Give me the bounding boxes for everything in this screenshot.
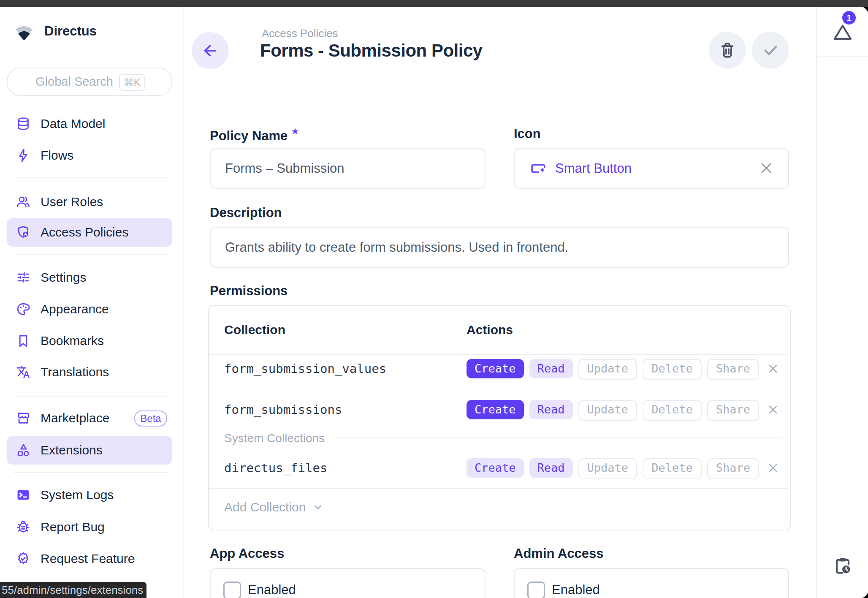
remove-row-icon[interactable] bbox=[766, 362, 780, 375]
delete-policy-button[interactable] bbox=[709, 32, 746, 69]
policy-name-label: Policy Name★ bbox=[210, 126, 299, 144]
sidebar-item-marketplace[interactable]: Marketplace Beta bbox=[7, 404, 172, 432]
table-divider bbox=[209, 354, 788, 355]
sidebar-item-label: Settings bbox=[41, 263, 86, 292]
sidebar-item-label: Translations bbox=[41, 358, 109, 386]
sidebar-divider bbox=[14, 254, 169, 255]
table-row-actions: Create Read Update Delete Share bbox=[467, 458, 759, 479]
app-access-enabled-checkbox[interactable] bbox=[223, 582, 241, 598]
add-collection-label: Add Collection bbox=[224, 500, 306, 514]
breadcrumb[interactable]: Access Policies bbox=[262, 27, 338, 40]
app-name: Directus bbox=[44, 24, 97, 39]
action-pill-delete[interactable]: Delete bbox=[643, 458, 702, 479]
remove-row-icon[interactable] bbox=[766, 403, 780, 416]
app-window: Directus Global Search ⌘K Data Model Flo… bbox=[0, 7, 868, 598]
add-collection-button[interactable]: Add Collection bbox=[224, 500, 324, 514]
icon-label: Icon bbox=[514, 126, 541, 141]
action-pill-update[interactable]: Update bbox=[578, 359, 637, 380]
clear-icon-button[interactable] bbox=[759, 160, 774, 176]
description-value: Grants ability to create form submission… bbox=[225, 228, 568, 267]
sidebar-item-label: Extensions bbox=[41, 436, 103, 465]
search-placeholder: Global Search bbox=[35, 75, 113, 89]
sidebar-item-translations[interactable]: Translations bbox=[7, 358, 172, 386]
window-top-strip bbox=[0, 0, 868, 7]
action-pill-update[interactable]: Update bbox=[578, 400, 637, 421]
sidebar-item-bookmarks[interactable]: Bookmarks bbox=[7, 326, 172, 355]
right-rail-top-section: 1 bbox=[817, 7, 868, 57]
action-pill-create[interactable]: Create bbox=[467, 400, 524, 419]
sidebar-item-label: Marketplace bbox=[41, 404, 109, 432]
system-collections-divider-label: System Collections bbox=[224, 432, 325, 445]
save-button[interactable] bbox=[752, 32, 789, 69]
action-pill-delete[interactable]: Delete bbox=[643, 400, 702, 421]
search-shortcut-badge: ⌘K bbox=[119, 74, 145, 91]
action-pill-read[interactable]: Read bbox=[529, 400, 573, 419]
table-divider bbox=[209, 488, 788, 489]
bookmark-icon bbox=[16, 334, 30, 348]
icon-value: Smart Button bbox=[555, 149, 632, 188]
sidebar-item-label: Appearance bbox=[41, 295, 109, 323]
sidebar-item-report-bug[interactable]: Report Bug bbox=[7, 513, 172, 541]
sidebar-item-request-feature[interactable]: Request Feature bbox=[7, 544, 172, 573]
sidebar-item-user-roles[interactable]: User Roles bbox=[7, 188, 172, 216]
system-collections-divider-line bbox=[335, 438, 782, 438]
action-pill-read[interactable]: Read bbox=[529, 359, 573, 378]
sidebar-item-label: System Logs bbox=[41, 481, 114, 509]
shapes-icon bbox=[16, 443, 30, 457]
description-input[interactable]: Grants ability to create form submission… bbox=[210, 227, 789, 268]
sidebar-item-extensions[interactable]: Extensions bbox=[7, 436, 172, 465]
clipboard-clock-button[interactable] bbox=[833, 556, 852, 576]
bug-icon bbox=[16, 520, 30, 534]
sidebar-item-label: Report Bug bbox=[41, 513, 105, 541]
directus-app: Directus Global Search ⌘K Data Model Flo… bbox=[0, 0, 868, 598]
remove-row-icon[interactable] bbox=[766, 461, 780, 475]
admin-access-box: Enabled bbox=[514, 568, 789, 598]
app-access-label: App Access bbox=[210, 546, 284, 561]
icon-input[interactable]: Smart Button bbox=[514, 148, 789, 189]
sidebar: Directus Global Search ⌘K Data Model Flo… bbox=[0, 7, 184, 598]
app-access-enabled-label: Enabled bbox=[248, 582, 296, 598]
sidebar-item-access-policies[interactable]: Access Policies bbox=[7, 218, 172, 247]
verified-badge-icon bbox=[16, 552, 30, 566]
permissions-table: Collection Actions form_submission_value… bbox=[208, 305, 791, 530]
sidebar-item-appearance[interactable]: Appearance bbox=[7, 295, 172, 323]
terminal-icon bbox=[16, 488, 30, 502]
action-pill-share[interactable]: Share bbox=[707, 400, 759, 421]
action-pill-read[interactable]: Read bbox=[529, 458, 573, 478]
policy-name-value: Forms – Submission bbox=[225, 149, 344, 188]
notifications-button[interactable] bbox=[833, 24, 852, 41]
back-button[interactable] bbox=[192, 32, 229, 69]
sidebar-item-label: Access Policies bbox=[41, 218, 128, 247]
tune-icon bbox=[16, 270, 30, 285]
action-pill-share[interactable]: Share bbox=[707, 359, 759, 380]
action-pill-create[interactable]: Create bbox=[467, 359, 524, 378]
sidebar-item-label: Flows bbox=[41, 141, 73, 170]
collection-name: form_submission_values bbox=[224, 362, 386, 376]
sidebar-divider bbox=[14, 177, 169, 178]
required-star-icon: ★ bbox=[291, 126, 299, 136]
sidebar-item-label: User Roles bbox=[41, 188, 103, 216]
action-pill-delete[interactable]: Delete bbox=[643, 359, 702, 380]
admin-access-enabled-label: Enabled bbox=[552, 582, 600, 598]
action-pill-share[interactable]: Share bbox=[707, 458, 759, 479]
sidebar-item-flows[interactable]: Flows bbox=[7, 141, 172, 170]
sidebar-item-system-logs[interactable]: System Logs bbox=[7, 481, 172, 509]
app-access-box: Enabled bbox=[210, 568, 486, 598]
permissions-label: Permissions bbox=[210, 283, 288, 299]
sidebar-item-settings[interactable]: Settings bbox=[7, 263, 172, 292]
collection-name: directus_files bbox=[224, 461, 327, 475]
sidebar-item-label: Bookmarks bbox=[41, 326, 104, 355]
action-pill-update[interactable]: Update bbox=[578, 458, 637, 479]
chevron-down-icon bbox=[312, 501, 324, 514]
table-row-actions: Create Read Update Delete Share bbox=[467, 359, 759, 380]
column-header-actions: Actions bbox=[467, 323, 513, 337]
url-preview-tooltip: 55/admin/settings/extensions bbox=[0, 582, 146, 598]
admin-access-enabled-checkbox[interactable] bbox=[527, 582, 545, 598]
action-pill-create[interactable]: Create bbox=[467, 458, 524, 478]
page-title: Forms - Submission Policy bbox=[260, 41, 483, 61]
sidebar-item-data-model[interactable]: Data Model bbox=[7, 109, 172, 138]
policy-name-input[interactable]: Forms – Submission bbox=[210, 148, 486, 189]
global-search-input[interactable]: Global Search ⌘K bbox=[7, 68, 172, 96]
description-label: Description bbox=[210, 205, 282, 220]
database-icon bbox=[16, 117, 30, 131]
